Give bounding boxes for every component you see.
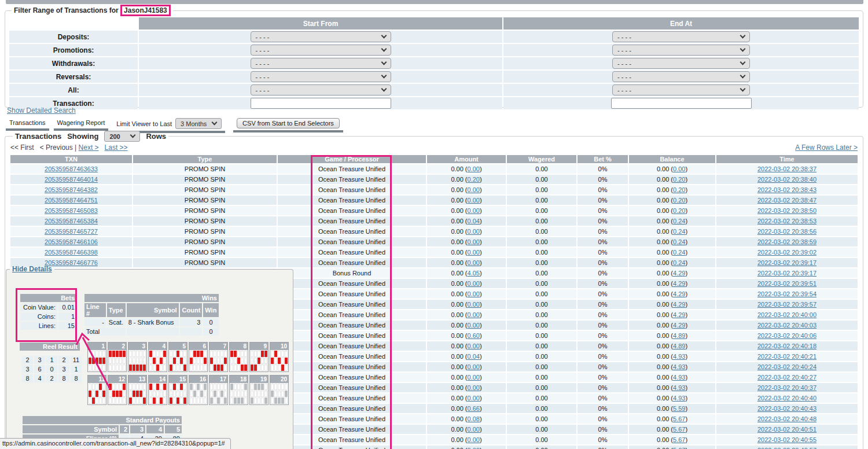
time-link[interactable]: 2022-03-02 20:38:40: [757, 176, 816, 183]
amount-detail-link[interactable]: 0.20: [468, 176, 480, 183]
amount-detail-link[interactable]: 0.00: [468, 447, 480, 449]
amount-detail-link[interactable]: 0.00: [468, 374, 480, 381]
transaction-end-input[interactable]: [611, 98, 752, 109]
balance-detail-link[interactable]: 4.29: [673, 290, 685, 297]
all-start-select[interactable]: - - - -: [251, 84, 391, 95]
time-link[interactable]: 2022-03-02 20:38:37: [757, 165, 816, 172]
time-link[interactable]: 2022-03-02 20:40:37: [757, 384, 816, 391]
time-link[interactable]: 2022-03-02 20:39:02: [757, 249, 816, 256]
time-link[interactable]: 2022-03-02 20:38:59: [757, 238, 816, 245]
amount-detail-link[interactable]: 0.04: [468, 353, 480, 360]
balance-detail-link[interactable]: 4.29: [673, 270, 685, 277]
amount-detail-link[interactable]: 0.00: [468, 280, 480, 287]
transaction-start-input[interactable]: [251, 98, 391, 109]
txn-link[interactable]: 205359587465384: [45, 218, 98, 225]
balance-detail-link[interactable]: 5.59: [673, 405, 685, 412]
balance-detail-link[interactable]: 5.67: [673, 447, 685, 449]
csv-export-button[interactable]: CSV from Start to End Selectors: [237, 118, 340, 128]
amount-detail-link[interactable]: 0.00: [468, 197, 480, 204]
balance-detail-link[interactable]: 0.20: [673, 197, 685, 204]
amount-detail-link[interactable]: 0.00: [468, 249, 480, 256]
amount-detail-link[interactable]: 0.00: [468, 311, 480, 318]
txn-link[interactable]: 205359587466106: [45, 238, 98, 245]
time-link[interactable]: 2022-03-02 20:38:56: [757, 228, 816, 235]
balance-detail-link[interactable]: 0.24: [673, 249, 685, 256]
time-link[interactable]: 2022-03-02 20:40:40: [757, 395, 816, 402]
time-link[interactable]: 2022-03-02 20:40:18: [757, 343, 816, 349]
first-page-control[interactable]: << First: [10, 143, 34, 152]
amount-detail-link[interactable]: 0.00: [468, 343, 480, 349]
rows-count-select[interactable]: 200: [104, 131, 140, 142]
time-link[interactable]: 2022-03-02 20:40:51: [757, 426, 816, 433]
amount-detail-link[interactable]: 0.00: [468, 301, 480, 308]
txn-link[interactable]: 205359587463633: [45, 165, 98, 172]
amount-detail-link[interactable]: 0.00: [468, 395, 480, 402]
time-link[interactable]: 2022-03-02 20:40:43: [757, 405, 816, 412]
time-link[interactable]: 2022-03-02 20:39:57: [757, 301, 816, 308]
time-link[interactable]: 2022-03-02 20:40:06: [757, 332, 816, 339]
time-link[interactable]: 2022-03-02 20:38:50: [757, 207, 816, 214]
time-link[interactable]: 2022-03-02 20:40:03: [757, 322, 816, 329]
balance-detail-link[interactable]: 0.24: [673, 238, 685, 245]
amount-detail-link[interactable]: 0.00: [468, 207, 480, 214]
balance-detail-link[interactable]: 4.29: [673, 301, 685, 308]
deposits-start-select[interactable]: - - - -: [251, 31, 391, 42]
amount-detail-link[interactable]: 0.00: [468, 290, 480, 297]
amount-detail-link[interactable]: 0.00: [468, 259, 480, 266]
time-link[interactable]: 2022-03-02 20:38:53: [757, 218, 816, 225]
promotions-start-select[interactable]: - - - -: [251, 45, 391, 56]
withdrawals-start-select[interactable]: - - - -: [251, 58, 391, 69]
balance-detail-link[interactable]: 4.93: [673, 374, 685, 381]
amount-detail-link[interactable]: 0.00: [468, 238, 480, 245]
amount-detail-link[interactable]: 0.00: [468, 426, 480, 433]
time-link[interactable]: 2022-03-02 20:40:24: [757, 363, 816, 370]
amount-detail-link[interactable]: 0.04: [468, 218, 480, 225]
time-link[interactable]: 2022-03-02 20:40:55: [757, 436, 816, 443]
balance-detail-link[interactable]: 0.24: [673, 218, 685, 225]
balance-detail-link[interactable]: 0.24: [673, 259, 685, 266]
withdrawals-end-select[interactable]: - - - -: [612, 58, 750, 69]
amount-detail-link[interactable]: 0.00: [468, 165, 480, 172]
time-link[interactable]: 2022-03-02 20:40:48: [757, 415, 816, 422]
time-link[interactable]: 2022-03-02 20:39:51: [757, 280, 816, 287]
balance-detail-link[interactable]: 5.67: [673, 426, 685, 433]
amount-detail-link[interactable]: 0.00: [468, 384, 480, 391]
balance-detail-link[interactable]: 5.67: [673, 436, 685, 443]
time-link[interactable]: 2022-03-02 20:38:43: [757, 186, 816, 193]
balance-detail-link[interactable]: 4.93: [673, 384, 685, 391]
reversals-end-select[interactable]: - - - -: [612, 71, 750, 82]
txn-link[interactable]: 205359587465727: [45, 228, 98, 235]
tab-transactions[interactable]: Transactions: [6, 117, 49, 131]
balance-detail-link[interactable]: 0.24: [673, 228, 685, 235]
time-link[interactable]: 2022-03-02 20:39:17: [757, 259, 816, 266]
balance-detail-link[interactable]: 0.00: [673, 165, 685, 172]
txn-link[interactable]: 205359587464382: [45, 186, 98, 193]
balance-detail-link[interactable]: 4.29: [673, 322, 685, 329]
time-link[interactable]: 2022-03-02 20:39:17: [757, 270, 816, 277]
reversals-start-select[interactable]: - - - -: [251, 71, 391, 82]
txn-link[interactable]: 205359587465083: [45, 207, 98, 214]
balance-detail-link[interactable]: 0.20: [673, 186, 685, 193]
balance-detail-link[interactable]: 4.89: [673, 332, 685, 339]
all-end-select[interactable]: - - - -: [612, 84, 750, 95]
balance-detail-link[interactable]: 4.29: [673, 311, 685, 318]
amount-detail-link[interactable]: 0.60: [468, 332, 480, 339]
amount-detail-link[interactable]: 0.00: [468, 363, 480, 370]
amount-detail-link[interactable]: 0.66: [468, 405, 480, 412]
balance-detail-link[interactable]: 4.93: [673, 363, 685, 370]
last-page-link[interactable]: Last >>: [105, 143, 128, 152]
amount-detail-link[interactable]: 0.00: [468, 436, 480, 443]
amount-detail-link[interactable]: 0.00: [468, 186, 480, 193]
txn-link[interactable]: 205359587466398: [45, 249, 98, 256]
amount-detail-link[interactable]: 0.00: [468, 322, 480, 329]
hide-details-link[interactable]: Hide Details: [12, 265, 52, 273]
time-link[interactable]: 2022-03-02 20:40:27: [757, 374, 816, 381]
next-page-link[interactable]: Next >: [79, 143, 99, 152]
balance-detail-link[interactable]: 4.93: [673, 395, 685, 402]
balance-detail-link[interactable]: 4.89: [673, 343, 685, 349]
amount-detail-link[interactable]: 0.08: [468, 415, 480, 422]
txn-link[interactable]: 205359587464751: [45, 197, 98, 204]
balance-detail-link[interactable]: 4.93: [673, 353, 685, 360]
show-detailed-search-link[interactable]: Show Detailed Search: [7, 106, 76, 115]
time-link[interactable]: 2022-03-02 20:38:47: [757, 197, 816, 204]
